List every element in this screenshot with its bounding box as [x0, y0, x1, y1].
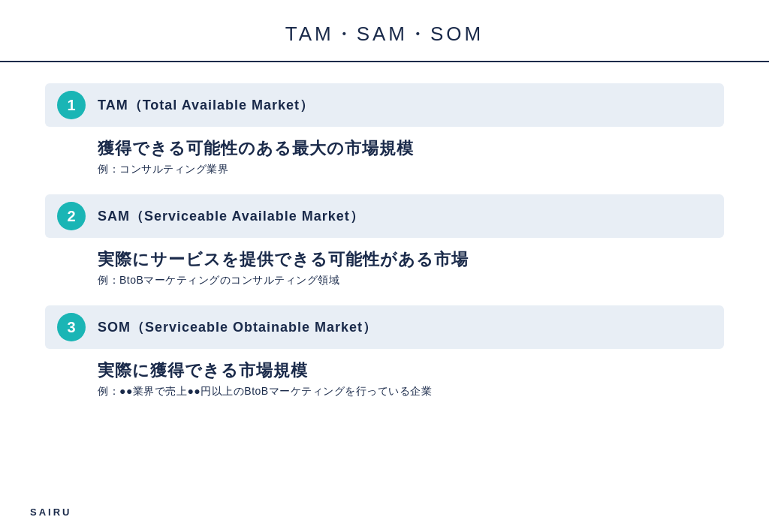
- section-tam: 1 TAM（Total Available Market） 獲得できる可能性のあ…: [45, 83, 724, 176]
- badge-2: 2: [57, 202, 86, 230]
- section-tam-title: TAM（Total Available Market）: [98, 96, 314, 114]
- section-sam-header: 2 SAM（Serviceable Available Market）: [45, 194, 724, 238]
- sam-example: 例：BtoBマーケティングのコンサルティング領域: [98, 274, 724, 287]
- section-som: 3 SOM（Serviceable Obtainable Market） 実際に…: [45, 305, 724, 398]
- section-tam-header: 1 TAM（Total Available Market）: [45, 83, 724, 127]
- header-divider: [0, 61, 769, 62]
- som-main-text: 実際に獲得できる市場規模: [98, 359, 724, 382]
- badge-1: 1: [57, 91, 86, 119]
- tam-main-text: 獲得できる可能性のある最大の市場規模: [98, 137, 724, 160]
- section-som-body: 実際に獲得できる市場規模 例：●●業界で売上●●円以上のBtoBマーケティングを…: [45, 359, 724, 398]
- header: TAM・SAM・SOM: [0, 0, 769, 62]
- page-title: TAM・SAM・SOM: [285, 21, 484, 47]
- section-som-title: SOM（Serviceable Obtainable Market）: [98, 318, 377, 336]
- badge-3: 3: [57, 313, 86, 341]
- footer: SAIRU: [30, 505, 71, 518]
- sam-main-text: 実際にサービスを提供できる可能性がある市場: [98, 248, 724, 271]
- section-tam-body: 獲得できる可能性のある最大の市場規模 例：コンサルティング業界: [45, 137, 724, 176]
- section-sam-body: 実際にサービスを提供できる可能性がある市場 例：BtoBマーケティングのコンサル…: [45, 248, 724, 287]
- tam-example: 例：コンサルティング業界: [98, 163, 724, 176]
- content-area: 1 TAM（Total Available Market） 獲得できる可能性のあ…: [0, 62, 769, 431]
- section-sam: 2 SAM（Serviceable Available Market） 実際にサ…: [45, 194, 724, 287]
- section-som-header: 3 SOM（Serviceable Obtainable Market）: [45, 305, 724, 349]
- page-wrapper: TAM・SAM・SOM 1 TAM（Total Available Market…: [0, 0, 769, 431]
- som-example: 例：●●業界で売上●●円以上のBtoBマーケティングを行っている企業: [98, 385, 724, 398]
- footer-logo: SAIRU: [30, 506, 71, 518]
- section-sam-title: SAM（Serviceable Available Market）: [98, 207, 364, 225]
